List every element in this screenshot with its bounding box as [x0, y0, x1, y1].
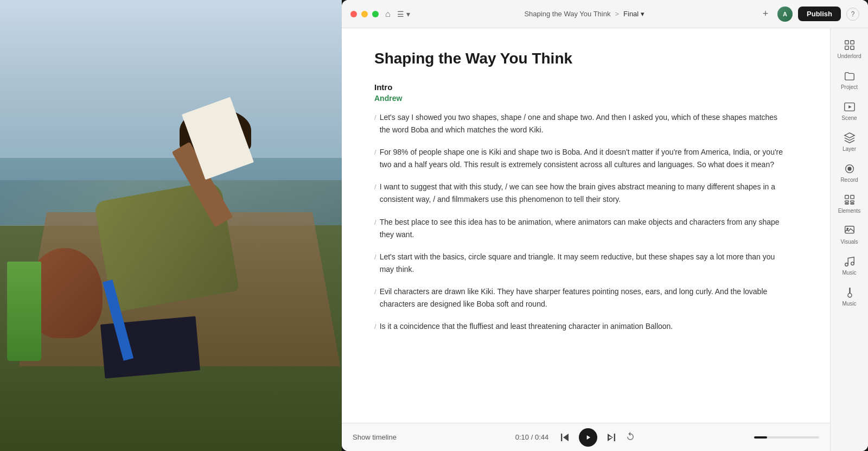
editor-area: Shaping the Way You Think Intro Andrew /…: [342, 28, 830, 451]
music2-icon: [844, 287, 856, 298]
elements-icon: [844, 194, 856, 206]
svg-rect-9: [850, 195, 853, 199]
project-label: Project: [841, 84, 858, 90]
publish-button[interactable]: Publish: [798, 7, 841, 21]
visuals-label: Visuals: [840, 239, 858, 245]
visuals-icon: [844, 225, 856, 237]
music-icon: [844, 256, 856, 268]
maximize-button[interactable]: [372, 11, 379, 17]
section-label: Intro: [374, 82, 787, 92]
para-marker-1: /: [374, 112, 376, 123]
para-marker-5: /: [374, 251, 376, 263]
sidebar-item-scene[interactable]: Scene: [833, 97, 866, 125]
para-marker-2: /: [374, 147, 376, 158]
sidebar-item-music2[interactable]: Music: [833, 282, 866, 311]
svg-rect-0: [845, 41, 848, 44]
para-text-4: The best place to see this idea has to b…: [380, 216, 787, 241]
svg-point-17: [851, 262, 854, 265]
record-label: Record: [840, 177, 858, 183]
play-pause-button[interactable]: [579, 428, 597, 447]
sidebar-item-elements[interactable]: Elements: [833, 189, 866, 218]
svg-rect-12: [845, 203, 848, 204]
playback-buttons: [557, 428, 635, 447]
svg-rect-10: [845, 201, 848, 202]
elements-label: Elements: [838, 208, 861, 214]
doc-title: Shaping the Way You Think: [374, 50, 787, 67]
underlord-icon: [844, 39, 856, 51]
progress-bar-fill: [754, 436, 767, 439]
svg-rect-1: [850, 41, 853, 44]
paragraph-1: / Let's say I showed you two shapes, sha…: [374, 111, 787, 136]
progress-bar[interactable]: [754, 436, 819, 439]
breadcrumb-separator-icon: >: [615, 10, 619, 18]
title-bar-actions: + A Publish ?: [759, 7, 859, 22]
home-icon[interactable]: ⌂: [385, 9, 391, 19]
app-window: ⌂ ☰ ▾ Shaping the Way You Think > Final …: [342, 0, 868, 451]
music2-label: Music: [842, 301, 856, 307]
title-bar: ⌂ ☰ ▾ Shaping the Way You Think > Final …: [342, 0, 868, 28]
svg-rect-3: [850, 46, 853, 49]
show-timeline-button[interactable]: Show timeline: [353, 433, 397, 441]
sidebar-item-project[interactable]: Project: [833, 66, 866, 94]
bottom-bar: Show timeline 0:10 / 0:44: [342, 423, 830, 451]
breadcrumb-final[interactable]: Final ▾: [623, 10, 644, 18]
skip-forward-button[interactable]: [604, 430, 619, 445]
help-button[interactable]: ?: [846, 8, 859, 21]
close-button[interactable]: [350, 11, 357, 17]
music1-label: Music: [842, 270, 856, 276]
svg-marker-5: [848, 105, 852, 109]
editor-content[interactable]: Shaping the Way You Think Intro Andrew /…: [342, 28, 830, 423]
menu-chevron-icon: ▾: [406, 10, 410, 18]
svg-point-16: [845, 263, 848, 266]
paragraph-5: / Let's start with the basics, circle sq…: [374, 251, 787, 276]
paragraph-4: / The best place to see this idea has to…: [374, 216, 787, 241]
project-icon: [844, 70, 856, 82]
main-area: Shaping the Way You Think Intro Andrew /…: [342, 28, 868, 451]
breadcrumb-project[interactable]: Shaping the Way You Think: [524, 10, 610, 18]
para-text-6: Evil characters are drawn like Kiki. The…: [380, 285, 787, 310]
sidebar-item-music1[interactable]: Music: [833, 251, 866, 280]
sidebar-item-layer[interactable]: Layer: [833, 128, 866, 156]
add-button[interactable]: +: [759, 8, 772, 21]
paragraph-3: / I want to suggest that with this study…: [374, 181, 787, 206]
scene-label: Scene: [841, 115, 857, 121]
svg-rect-8: [845, 195, 848, 199]
left-photo-panel: [0, 0, 342, 451]
current-time: 0:10: [515, 433, 529, 441]
author-name: Andrew: [374, 94, 787, 103]
sidebar-item-underlord[interactable]: Underlord: [833, 35, 866, 63]
para-marker-4: /: [374, 217, 376, 228]
para-marker-3: /: [374, 181, 376, 193]
para-text-1: Let's say I showed you two shapes, shape…: [380, 111, 787, 136]
layer-label: Layer: [843, 146, 856, 152]
window-controls-group: ⌂ ☰ ▾: [350, 9, 410, 19]
menu-icon[interactable]: ☰ ▾: [397, 10, 410, 18]
minimize-button[interactable]: [361, 11, 368, 17]
para-marker-6: /: [374, 286, 376, 297]
window-controls: [350, 11, 379, 17]
svg-rect-11: [850, 201, 853, 202]
svg-rect-13: [850, 203, 853, 204]
loop-button[interactable]: [626, 431, 635, 443]
breadcrumb-chevron-icon: ▾: [641, 10, 644, 18]
para-marker-7: /: [374, 321, 376, 332]
para-text-7: Is it a coincidence that the fluffiest a…: [380, 320, 787, 333]
playback-controls-group: 0:10 / 0:44: [407, 428, 743, 447]
layer-icon: [844, 132, 856, 144]
para-text-5: Let's start with the basics, circle squa…: [380, 251, 787, 276]
total-time: 0:44: [535, 433, 548, 441]
breadcrumb-final-label: Final: [623, 10, 639, 18]
right-sidebar: Underlord Project Scene: [830, 28, 868, 451]
svg-point-7: [847, 167, 851, 170]
svg-rect-2: [845, 46, 848, 49]
para-text-3: I want to suggest that with this study, …: [380, 181, 787, 206]
time-separator: /: [531, 433, 533, 441]
paragraph-7: / Is it a coincidence that the fluffiest…: [374, 320, 787, 333]
sidebar-item-visuals[interactable]: Visuals: [833, 220, 866, 249]
sidebar-item-record[interactable]: Record: [833, 158, 866, 187]
para-text-2: For 98% of people shape one is Kiki and …: [380, 146, 787, 171]
avatar[interactable]: A: [777, 7, 793, 22]
paragraph-6: / Evil characters are drawn like Kiki. T…: [374, 285, 787, 310]
skip-back-button[interactable]: [557, 430, 572, 445]
breadcrumb: Shaping the Way You Think > Final ▾: [417, 10, 752, 18]
